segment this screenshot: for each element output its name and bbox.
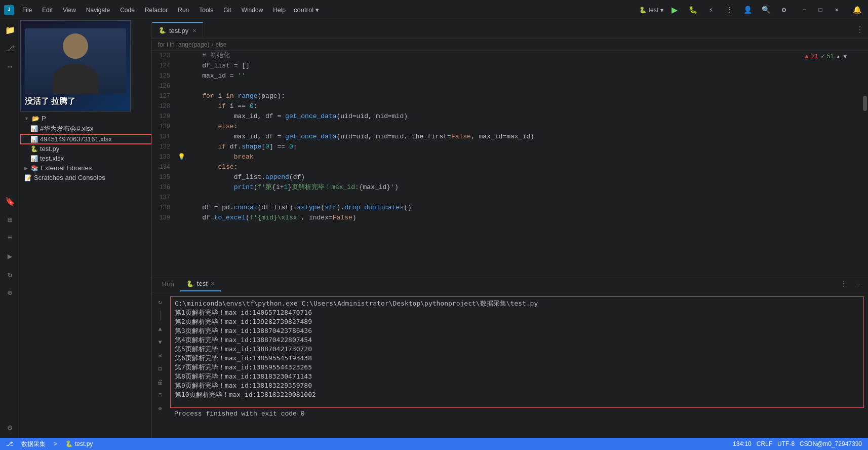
- console-output-line-5: 第5页解析完毕！max_id:138870421730720: [175, 345, 859, 354]
- folder-icon: 📂: [32, 115, 40, 122]
- run-config[interactable]: 🐍 test ▾: [639, 7, 663, 14]
- menu-item-edit[interactable]: Edit: [38, 6, 57, 15]
- project-files-icon[interactable]: 📁: [2, 22, 18, 39]
- line-num-125: 125: [152, 71, 176, 81]
- menu-item-window[interactable]: Window: [238, 6, 267, 15]
- console-stop-icon[interactable]: ⊕: [154, 403, 166, 414]
- status-python-icon: 🐍: [65, 440, 73, 447]
- notifications-button[interactable]: 🔔: [850, 3, 864, 17]
- line-content-130: else:: [186, 122, 858, 132]
- globe-icon[interactable]: ⊕: [2, 285, 18, 301]
- panel-minimize-button[interactable]: −: [852, 278, 864, 290]
- debug-button[interactable]: 🐛: [686, 3, 700, 17]
- chevron-up-icon[interactable]: ▲: [836, 54, 841, 59]
- more-actions-button[interactable]: ⋮: [722, 3, 736, 17]
- status-file[interactable]: 🐍 test.py: [63, 440, 95, 447]
- menu-item-refactor[interactable]: Refactor: [141, 6, 172, 15]
- menu-item-code[interactable]: Code: [116, 6, 139, 15]
- video-person: [25, 28, 126, 94]
- line-content-127: for i in range(page):: [186, 91, 858, 101]
- testxlsx-label: test.xlsx: [40, 155, 64, 162]
- sidebar-item-project-root[interactable]: ▼ 📂 P: [20, 114, 151, 123]
- run-tab[interactable]: Run: [156, 277, 180, 291]
- console-scroll-up-icon[interactable]: ▲: [154, 324, 166, 335]
- sidebar-item-huawei[interactable]: 📊 #华为发布会#.xlsx: [20, 123, 151, 134]
- menu-item-view[interactable]: View: [59, 6, 80, 15]
- database-icon[interactable]: ⊞: [2, 212, 18, 228]
- code-line-132: 132 if df.shape[0] == 0:: [152, 142, 868, 152]
- status-position[interactable]: 134:10: [731, 440, 754, 447]
- more-tools-icon[interactable]: ⋯: [2, 59, 18, 75]
- maximize-button[interactable]: □: [813, 3, 827, 17]
- git-branches-icon[interactable]: ⎇: [2, 41, 18, 57]
- settings-button[interactable]: ⚙: [777, 3, 791, 17]
- tab-testpy[interactable]: 🐍 test.py ✕: [152, 22, 203, 38]
- sidebar-item-testpy[interactable]: 🐍 test.py: [20, 144, 151, 154]
- run-dashboard-icon[interactable]: ▶: [2, 248, 18, 265]
- code-line-128: 128 if i == 0:: [152, 101, 868, 111]
- excel-icon-3: 📊: [30, 155, 38, 162]
- profile-button[interactable]: 👤: [740, 3, 755, 17]
- coverage-button[interactable]: ⚡: [704, 3, 718, 17]
- status-utf8[interactable]: UTF-8: [775, 440, 797, 447]
- run-tab-label: Run: [162, 280, 174, 288]
- console-print-icon[interactable]: 🖨: [154, 377, 166, 388]
- test-tab[interactable]: 🐍 test ✕: [180, 277, 221, 291]
- sidebar-item-scratches[interactable]: 📝 Scratches and Consoles: [20, 173, 151, 182]
- menu-item-run[interactable]: Run: [174, 6, 193, 15]
- project-root-label: P: [42, 115, 46, 122]
- scrollbar-thumb[interactable]: [863, 96, 867, 111]
- sidebar-item-testxlsx[interactable]: 📊 test.xlsx: [20, 154, 151, 163]
- sidebar-item-bigfile[interactable]: 📊 4945149706373161.xlsx: [20, 134, 151, 144]
- code-editor[interactable]: ▲ 21 ✓ 51 ▲ ▼ 123 # 初始化 124 df_list = []…: [152, 51, 868, 276]
- test-tab-close-icon[interactable]: ✕: [211, 281, 215, 286]
- panel-more-button[interactable]: ⋮: [838, 278, 850, 290]
- file-tree: ▼ 📂 P 📊 #华为发布会#.xlsx 📊 4945149706373161.…: [20, 111, 151, 438]
- menu-bar[interactable]: FileEditViewNavigateCodeRefactorRunTools…: [18, 6, 290, 15]
- menu-item-file[interactable]: File: [18, 6, 36, 15]
- encoding-label: UTF-8: [777, 440, 795, 447]
- crlf-label: CRLF: [757, 440, 772, 447]
- run-button[interactable]: ▶: [667, 3, 682, 17]
- code-line-127: 127 for i in range(page):: [152, 91, 868, 101]
- console-filter-icon[interactable]: ⊟: [154, 363, 166, 374]
- layers-icon[interactable]: ≡: [2, 230, 18, 246]
- console-layers-icon[interactable]: ≡: [154, 390, 166, 401]
- status-project[interactable]: 数据采集: [19, 440, 48, 448]
- line-content-128: if i == 0:: [186, 101, 858, 111]
- console-reload-icon[interactable]: ↻: [154, 296, 166, 308]
- code-line-134: 134 else:: [152, 162, 868, 172]
- console-output-line-7: 第7页解析完毕！max_id:138595544323265: [175, 363, 859, 372]
- bookmarks-icon[interactable]: 🔖: [2, 194, 18, 210]
- error-indicator: ▲ 21 ✓ 51 ▲ ▼: [804, 53, 848, 60]
- breadcrumb-part1[interactable]: for i in range(page): [158, 41, 209, 48]
- settings-activity-icon[interactable]: ⚙: [2, 420, 18, 436]
- sidebar-item-external-libs[interactable]: ▶ 📚 External Libraries: [20, 163, 151, 173]
- console-enter-icon[interactable]: ⏎: [154, 350, 166, 361]
- branch-icon: ⎇: [6, 440, 13, 447]
- console-output: ↻ ▲ ▼ ⏎ ⊟ 🖨 ≡ ⊕ C:\miniconda\envs\tf\pyt…: [152, 292, 868, 438]
- search-button[interactable]: 🔍: [759, 3, 773, 17]
- menu-item-help[interactable]: Help: [269, 6, 290, 15]
- status-crlf[interactable]: CRLF: [755, 440, 774, 447]
- tab-close-icon[interactable]: ✕: [192, 28, 196, 33]
- console-toolbar: ↻ ▲ ▼ ⏎ ⊟ 🖨 ≡ ⊕: [152, 294, 168, 436]
- menu-item-git[interactable]: Git: [219, 6, 235, 15]
- menu-item-tools[interactable]: Tools: [195, 6, 217, 15]
- editor-scrollbar[interactable]: [862, 51, 868, 276]
- console-scroll-down-icon[interactable]: ▼: [154, 337, 166, 348]
- line-num-131: 131: [152, 132, 176, 142]
- minimize-button[interactable]: −: [797, 3, 811, 17]
- project-name[interactable]: control ▾: [294, 6, 319, 14]
- menu-item-navigate[interactable]: Navigate: [82, 6, 114, 15]
- status-user[interactable]: CSDN@m0_72947390: [798, 440, 864, 447]
- chevron-down-icon[interactable]: ▼: [843, 54, 848, 59]
- tab-more-button[interactable]: ⋮: [852, 22, 868, 38]
- close-button[interactable]: ✕: [830, 3, 844, 17]
- console-main: C:\miniconda\envs\tf\python.exe C:\Users…: [170, 294, 868, 436]
- status-branch[interactable]: ⎇: [4, 440, 15, 447]
- testpy-label: test.py: [40, 145, 59, 153]
- code-line-123: 123 # 初始化: [152, 51, 868, 61]
- breadcrumb-part2[interactable]: else: [215, 41, 226, 48]
- refresh-icon[interactable]: ↻: [2, 267, 18, 283]
